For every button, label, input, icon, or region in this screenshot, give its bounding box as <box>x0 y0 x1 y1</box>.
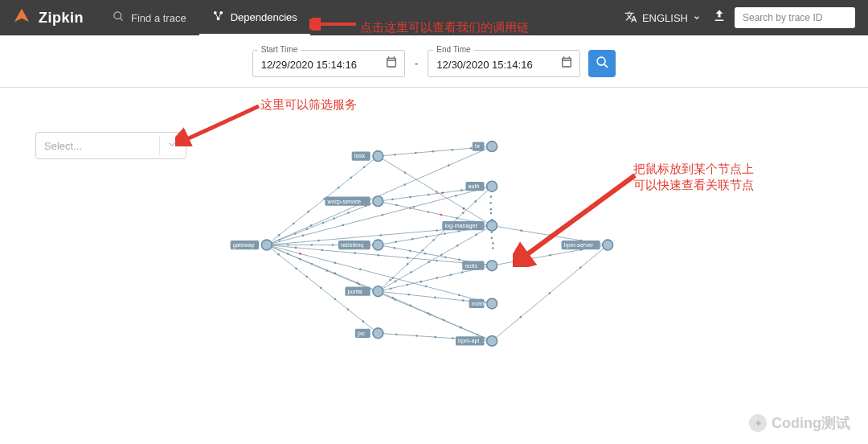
svg-point-61 <box>458 294 461 297</box>
svg-point-128 <box>477 334 479 336</box>
graph-node-wxcp-service[interactable]: wxcp-service <box>325 196 383 207</box>
svg-point-69 <box>415 152 417 154</box>
svg-line-7 <box>604 64 607 67</box>
svg-point-84 <box>428 211 430 213</box>
run-query-button[interactable] <box>588 50 616 77</box>
svg-point-51 <box>354 252 357 254</box>
graph-node-bpm-server[interactable]: bpm-server <box>562 240 613 250</box>
brand-title: Zipkin <box>39 10 84 27</box>
svg-point-4 <box>219 11 223 14</box>
start-time-value: 12/29/2020 15:14:16 <box>261 59 357 71</box>
watermark: ✦ Coding测试 <box>749 413 850 433</box>
calendar-icon <box>385 56 398 72</box>
svg-point-42 <box>342 224 345 227</box>
toolbar-dash: - <box>413 57 420 70</box>
dependencies-icon <box>212 10 224 24</box>
graph-node-label: redis <box>465 262 477 269</box>
svg-point-73 <box>404 171 407 174</box>
nav-dependencies[interactable]: Dependencies <box>199 0 310 35</box>
start-time-label: Start Time <box>258 45 301 54</box>
graph-node-rabbitmq[interactable]: rabbitmq <box>338 240 383 250</box>
graph-node-label: log-manager <box>444 222 477 229</box>
svg-point-130 <box>416 335 418 337</box>
upload-button[interactable] <box>712 9 727 27</box>
dependency-graph[interactable]: gatewaytaskwxcp-servicerabbitmqportaljxc… <box>0 88 868 444</box>
svg-point-14 <box>363 166 366 169</box>
graph-node-label: jxc <box>357 330 365 337</box>
graph-node-gateway[interactable]: gateway <box>231 240 272 250</box>
svg-point-23 <box>311 244 313 246</box>
svg-point-129 <box>395 334 398 336</box>
svg-point-74 <box>436 191 438 193</box>
svg-point-47 <box>379 234 382 236</box>
svg-point-13 <box>350 177 352 179</box>
graph-node-bpm-api[interactable]: bpm-api <box>456 335 497 346</box>
watermark-text: Coding测试 <box>772 413 850 433</box>
svg-point-150 <box>491 237 493 240</box>
svg-point-18 <box>322 222 325 224</box>
calendar-icon <box>560 56 573 72</box>
svg-point-96 <box>424 253 427 255</box>
svg-point-120 <box>440 253 443 256</box>
svg-point-85 <box>440 214 443 216</box>
svg-marker-0 <box>14 9 29 23</box>
graph-node-portal[interactable]: portal <box>345 286 383 297</box>
svg-point-52 <box>377 254 379 257</box>
svg-point-95 <box>409 249 411 252</box>
svg-point-127 <box>460 327 462 329</box>
svg-point-72 <box>470 147 473 150</box>
nav-find-trace[interactable]: Find a trace <box>100 0 199 35</box>
graph-node-label: wxcp-service <box>327 198 362 205</box>
svg-point-45 <box>455 195 457 197</box>
graph-node-redis[interactable]: redis <box>462 261 497 271</box>
svg-point-137 <box>520 316 522 319</box>
svg-point-144 <box>489 202 492 204</box>
svg-point-12 <box>338 187 340 189</box>
svg-point-44 <box>413 206 416 208</box>
graph-node-auth[interactable]: auth <box>465 181 497 191</box>
svg-point-165 <box>487 142 497 152</box>
svg-point-123 <box>392 297 395 299</box>
svg-point-163 <box>373 328 383 339</box>
svg-point-134 <box>520 229 522 232</box>
graph-node-label: gateway <box>233 241 255 249</box>
svg-point-39 <box>403 183 406 186</box>
end-time-label: End Time <box>433 45 473 54</box>
graph-node-jxc[interactable]: jxc <box>355 328 383 339</box>
svg-point-145 <box>490 208 493 211</box>
graph-node-log-manager[interactable]: log-manager <box>442 220 497 231</box>
graph-node-hr[interactable]: hr <box>473 142 497 152</box>
svg-point-100 <box>389 279 391 282</box>
svg-point-115 <box>434 297 436 299</box>
svg-point-83 <box>409 207 411 209</box>
svg-point-109 <box>420 281 423 283</box>
svg-point-63 <box>326 269 328 272</box>
svg-point-19 <box>333 217 335 220</box>
svg-point-71 <box>451 149 453 151</box>
search-by-trace-id-input[interactable]: Search by trace ID <box>735 7 855 28</box>
svg-point-54 <box>436 260 438 262</box>
start-time-field[interactable]: Start Time 12/29/2020 15:14:16 <box>252 50 405 77</box>
svg-point-169 <box>487 220 497 231</box>
search-icon <box>113 10 125 25</box>
svg-point-33 <box>320 287 322 290</box>
graph-node-label: bpm-api <box>458 337 479 344</box>
svg-point-124 <box>410 305 412 307</box>
svg-point-171 <box>487 261 497 271</box>
svg-point-41 <box>302 235 305 237</box>
graph-node-label: portal <box>348 288 362 295</box>
graph-edge <box>378 291 492 341</box>
end-time-field[interactable]: End Time 12/30/2020 15:14:16 <box>428 50 580 77</box>
svg-point-111 <box>450 273 452 276</box>
svg-point-92 <box>458 230 461 232</box>
svg-point-20 <box>347 212 350 214</box>
graph-node-task[interactable]: task <box>352 151 383 162</box>
svg-point-126 <box>443 319 445 321</box>
svg-point-117 <box>395 281 397 283</box>
svg-point-149 <box>490 232 493 234</box>
graph-node-mdm[interactable]: mdm <box>469 298 497 309</box>
svg-point-53 <box>407 257 409 259</box>
language-selector[interactable]: ENGLISH <box>624 10 701 26</box>
graph-node-label: auth <box>469 183 480 190</box>
svg-point-146 <box>490 212 493 215</box>
